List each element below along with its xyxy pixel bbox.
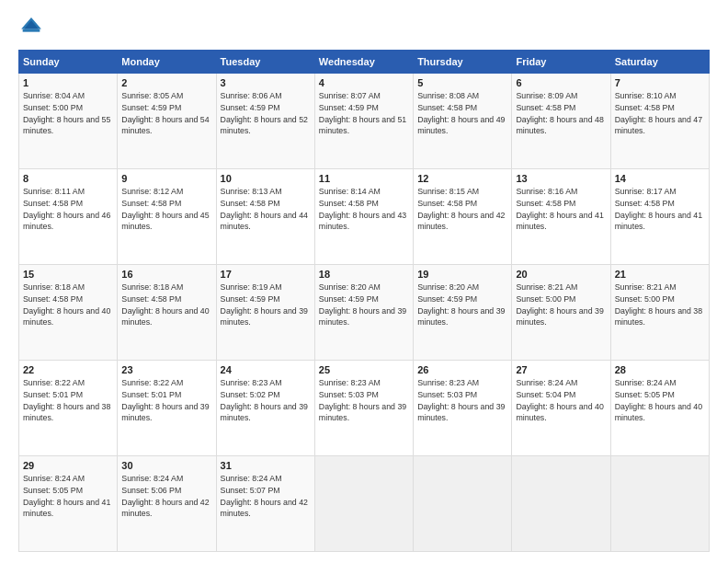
table-row: 18 Sunrise: 8:20 AM Sunset: 4:59 PM Dayl… bbox=[314, 265, 413, 361]
day-info: Sunrise: 8:22 AM Sunset: 5:01 PM Dayligh… bbox=[23, 377, 113, 424]
day-number: 4 bbox=[319, 77, 409, 88]
table-row: 26 Sunrise: 8:23 AM Sunset: 5:03 PM Dayl… bbox=[414, 361, 512, 456]
svg-rect-2 bbox=[23, 29, 40, 32]
day-info: Sunrise: 8:11 AM Sunset: 4:58 PM Dayligh… bbox=[23, 186, 113, 233]
table-row: 15 Sunrise: 8:18 AM Sunset: 4:58 PM Dayl… bbox=[19, 265, 118, 361]
day-info: Sunrise: 8:18 AM Sunset: 4:58 PM Dayligh… bbox=[121, 282, 211, 328]
day-info: Sunrise: 8:21 AM Sunset: 5:00 PM Dayligh… bbox=[516, 282, 606, 328]
day-info: Sunrise: 8:20 AM Sunset: 4:59 PM Dayligh… bbox=[319, 282, 409, 328]
calendar-week-row: 8 Sunrise: 8:11 AM Sunset: 4:58 PM Dayli… bbox=[19, 169, 710, 265]
table-row: 19 Sunrise: 8:20 AM Sunset: 4:59 PM Dayl… bbox=[414, 265, 512, 361]
day-number: 22 bbox=[23, 364, 113, 375]
table-row bbox=[414, 456, 512, 552]
day-info: Sunrise: 8:05 AM Sunset: 4:59 PM Dayligh… bbox=[121, 90, 211, 137]
table-row bbox=[610, 456, 709, 552]
day-info: Sunrise: 8:19 AM Sunset: 4:59 PM Dayligh… bbox=[221, 282, 311, 328]
col-tuesday: Tuesday bbox=[216, 51, 314, 74]
day-info: Sunrise: 8:14 AM Sunset: 4:58 PM Dayligh… bbox=[319, 186, 409, 233]
day-info: Sunrise: 8:24 AM Sunset: 5:05 PM Dayligh… bbox=[23, 473, 113, 520]
col-wednesday: Wednesday bbox=[314, 51, 413, 74]
table-row: 8 Sunrise: 8:11 AM Sunset: 4:58 PM Dayli… bbox=[19, 169, 118, 265]
logo-icon bbox=[18, 15, 44, 40]
table-row: 6 Sunrise: 8:09 AM Sunset: 4:58 PM Dayli… bbox=[512, 74, 610, 169]
day-info: Sunrise: 8:18 AM Sunset: 4:58 PM Dayligh… bbox=[23, 282, 113, 328]
calendar-week-row: 15 Sunrise: 8:18 AM Sunset: 4:58 PM Dayl… bbox=[19, 265, 710, 361]
day-info: Sunrise: 8:23 AM Sunset: 5:02 PM Dayligh… bbox=[221, 377, 311, 424]
day-number: 26 bbox=[417, 364, 507, 375]
table-row: 5 Sunrise: 8:08 AM Sunset: 4:58 PM Dayli… bbox=[414, 74, 512, 169]
day-number: 30 bbox=[121, 460, 211, 471]
table-row: 20 Sunrise: 8:21 AM Sunset: 5:00 PM Dayl… bbox=[512, 265, 610, 361]
day-number: 14 bbox=[615, 173, 705, 184]
table-row: 12 Sunrise: 8:15 AM Sunset: 4:58 PM Dayl… bbox=[414, 169, 512, 265]
table-row: 24 Sunrise: 8:23 AM Sunset: 5:02 PM Dayl… bbox=[216, 361, 314, 456]
day-number: 7 bbox=[615, 77, 705, 88]
col-thursday: Thursday bbox=[414, 51, 512, 74]
day-number: 25 bbox=[319, 364, 409, 375]
page: Sunday Monday Tuesday Wednesday Thursday… bbox=[0, 0, 728, 563]
table-row: 14 Sunrise: 8:17 AM Sunset: 4:58 PM Dayl… bbox=[610, 169, 709, 265]
day-info: Sunrise: 8:17 AM Sunset: 4:58 PM Dayligh… bbox=[615, 186, 705, 233]
calendar-week-row: 29 Sunrise: 8:24 AM Sunset: 5:05 PM Dayl… bbox=[19, 456, 710, 552]
day-number: 13 bbox=[516, 173, 606, 184]
day-info: Sunrise: 8:24 AM Sunset: 5:05 PM Dayligh… bbox=[615, 377, 705, 424]
calendar-header-row: Sunday Monday Tuesday Wednesday Thursday… bbox=[19, 51, 710, 74]
table-row: 2 Sunrise: 8:05 AM Sunset: 4:59 PM Dayli… bbox=[118, 74, 216, 169]
table-row bbox=[314, 456, 413, 552]
col-sunday: Sunday bbox=[19, 51, 118, 74]
day-number: 20 bbox=[516, 269, 606, 280]
day-number: 19 bbox=[417, 269, 507, 280]
header bbox=[18, 15, 710, 40]
day-number: 15 bbox=[23, 269, 113, 280]
table-row bbox=[512, 456, 610, 552]
day-number: 12 bbox=[417, 173, 507, 184]
day-info: Sunrise: 8:24 AM Sunset: 5:06 PM Dayligh… bbox=[121, 473, 211, 520]
day-number: 17 bbox=[221, 269, 311, 280]
day-info: Sunrise: 8:22 AM Sunset: 5:01 PM Dayligh… bbox=[121, 377, 211, 424]
day-number: 31 bbox=[221, 460, 311, 471]
table-row: 17 Sunrise: 8:19 AM Sunset: 4:59 PM Dayl… bbox=[216, 265, 314, 361]
table-row: 13 Sunrise: 8:16 AM Sunset: 4:58 PM Dayl… bbox=[512, 169, 610, 265]
day-info: Sunrise: 8:04 AM Sunset: 5:00 PM Dayligh… bbox=[23, 90, 113, 137]
day-info: Sunrise: 8:21 AM Sunset: 5:00 PM Dayligh… bbox=[615, 282, 705, 328]
day-number: 9 bbox=[121, 173, 211, 184]
table-row: 22 Sunrise: 8:22 AM Sunset: 5:01 PM Dayl… bbox=[19, 361, 118, 456]
table-row: 10 Sunrise: 8:13 AM Sunset: 4:58 PM Dayl… bbox=[216, 169, 314, 265]
table-row: 23 Sunrise: 8:22 AM Sunset: 5:01 PM Dayl… bbox=[118, 361, 216, 456]
table-row: 9 Sunrise: 8:12 AM Sunset: 4:58 PM Dayli… bbox=[118, 169, 216, 265]
table-row: 31 Sunrise: 8:24 AM Sunset: 5:07 PM Dayl… bbox=[216, 456, 314, 552]
day-number: 24 bbox=[221, 364, 311, 375]
day-number: 28 bbox=[615, 364, 705, 375]
day-info: Sunrise: 8:16 AM Sunset: 4:58 PM Dayligh… bbox=[516, 186, 606, 233]
day-number: 21 bbox=[615, 269, 705, 280]
day-number: 3 bbox=[221, 77, 311, 88]
day-number: 16 bbox=[121, 269, 211, 280]
day-info: Sunrise: 8:24 AM Sunset: 5:04 PM Dayligh… bbox=[516, 377, 606, 424]
day-info: Sunrise: 8:15 AM Sunset: 4:58 PM Dayligh… bbox=[417, 186, 507, 233]
table-row: 16 Sunrise: 8:18 AM Sunset: 4:58 PM Dayl… bbox=[118, 265, 216, 361]
day-info: Sunrise: 8:20 AM Sunset: 4:59 PM Dayligh… bbox=[417, 282, 507, 328]
day-info: Sunrise: 8:23 AM Sunset: 5:03 PM Dayligh… bbox=[417, 377, 507, 424]
logo bbox=[18, 15, 48, 40]
day-number: 11 bbox=[319, 173, 409, 184]
calendar-table: Sunday Monday Tuesday Wednesday Thursday… bbox=[18, 50, 710, 552]
day-number: 18 bbox=[319, 269, 409, 280]
day-info: Sunrise: 8:12 AM Sunset: 4:58 PM Dayligh… bbox=[121, 186, 211, 233]
day-info: Sunrise: 8:08 AM Sunset: 4:58 PM Dayligh… bbox=[417, 90, 507, 137]
day-number: 29 bbox=[23, 460, 113, 471]
day-number: 5 bbox=[417, 77, 507, 88]
table-row: 7 Sunrise: 8:10 AM Sunset: 4:58 PM Dayli… bbox=[610, 74, 709, 169]
calendar-week-row: 22 Sunrise: 8:22 AM Sunset: 5:01 PM Dayl… bbox=[19, 361, 710, 456]
day-info: Sunrise: 8:13 AM Sunset: 4:58 PM Dayligh… bbox=[221, 186, 311, 233]
day-number: 1 bbox=[23, 77, 113, 88]
table-row: 28 Sunrise: 8:24 AM Sunset: 5:05 PM Dayl… bbox=[610, 361, 709, 456]
table-row: 1 Sunrise: 8:04 AM Sunset: 5:00 PM Dayli… bbox=[19, 74, 118, 169]
table-row: 27 Sunrise: 8:24 AM Sunset: 5:04 PM Dayl… bbox=[512, 361, 610, 456]
day-number: 10 bbox=[221, 173, 311, 184]
day-info: Sunrise: 8:07 AM Sunset: 4:59 PM Dayligh… bbox=[319, 90, 409, 137]
day-number: 8 bbox=[23, 173, 113, 184]
col-friday: Friday bbox=[512, 51, 610, 74]
day-info: Sunrise: 8:09 AM Sunset: 4:58 PM Dayligh… bbox=[516, 90, 606, 137]
day-info: Sunrise: 8:10 AM Sunset: 4:58 PM Dayligh… bbox=[615, 90, 705, 137]
table-row: 25 Sunrise: 8:23 AM Sunset: 5:03 PM Dayl… bbox=[314, 361, 413, 456]
